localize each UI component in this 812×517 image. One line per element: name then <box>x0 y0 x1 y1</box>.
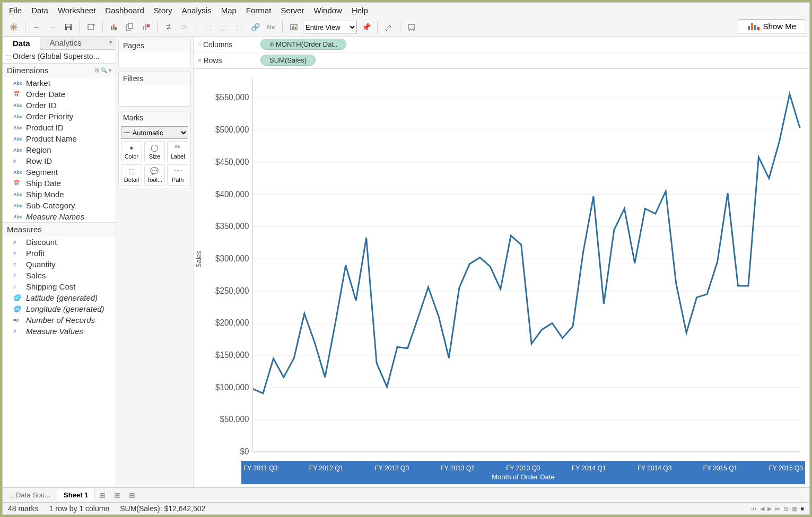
menu-server[interactable]: Server <box>281 6 304 15</box>
view-single-icon[interactable]: ■ <box>800 505 804 512</box>
tab-data[interactable]: Data <box>3 37 40 50</box>
field-shipping-cost[interactable]: #Shipping Cost <box>3 281 116 292</box>
field-measure-values[interactable]: #Measure Values <box>3 326 116 337</box>
new-datasource-icon[interactable] <box>84 20 98 34</box>
tableau-logo-icon[interactable] <box>7 20 21 34</box>
nav-last-icon[interactable]: ⏭ <box>775 505 781 512</box>
datasource-tab[interactable]: ⬚ Data Sou... <box>3 489 57 501</box>
menu-analysis[interactable]: Analysis <box>182 6 212 15</box>
new-sheet-icon[interactable]: ⊞ <box>95 489 110 502</box>
svg-rect-16 <box>145 24 146 30</box>
svg-rect-20 <box>292 27 293 29</box>
menu-format[interactable]: Format <box>246 6 272 15</box>
abc-icon[interactable]: Abc <box>264 20 278 34</box>
svg-rect-14 <box>128 23 133 29</box>
status-marks: 48 marks <box>8 504 39 513</box>
svg-rect-21 <box>293 25 294 29</box>
fit-select[interactable]: Entire View <box>303 21 357 33</box>
mark-btn-tool[interactable]: 💬Tool... <box>144 164 165 186</box>
field-market[interactable]: AbcMarket <box>3 77 116 89</box>
expand-icon: ⊞ <box>269 41 274 47</box>
group-icon[interactable]: 🔗 <box>248 20 262 34</box>
field-product-id[interactable]: AbcProduct ID <box>3 122 116 133</box>
field-discount[interactable]: #Discount <box>3 236 116 248</box>
measures-list: #Discount#Profit#Quantity#Sales#Shipping… <box>3 236 116 487</box>
field-sales[interactable]: #Sales <box>3 270 116 281</box>
x-tick: FY 2012 Q3 <box>375 465 409 472</box>
show-me-button[interactable]: Show Me <box>738 19 806 33</box>
menu-map[interactable]: Map <box>221 6 237 15</box>
new-dashboard-icon[interactable]: ⊞ <box>110 489 125 502</box>
field-sub-category[interactable]: AbcSub-Category <box>3 200 116 211</box>
field-region[interactable]: AbcRegion <box>3 144 116 155</box>
y-axis-label: Sales <box>195 250 203 268</box>
filters-card[interactable]: Filters <box>118 72 191 107</box>
mark-btn-detail[interactable]: ⬚Detail <box>121 164 142 186</box>
rows-shelf[interactable]: ≡Rows SUM(Sales) <box>194 52 809 68</box>
back-icon[interactable]: ← <box>30 20 43 34</box>
rows-pill[interactable]: SUM(Sales) <box>260 55 316 66</box>
columns-shelf[interactable]: ⦙⦙⦙Columns ⊞ MONTH(Order Dat.. <box>194 37 809 52</box>
field-quantity[interactable]: #Quantity <box>3 259 116 270</box>
field-profit[interactable]: #Profit <box>3 248 116 259</box>
svg-text:$0: $0 <box>240 447 249 456</box>
new-worksheet-icon[interactable] <box>107 20 121 34</box>
datasource-name[interactable]: ⬚ Orders (Global Supersto... <box>3 50 116 63</box>
nav-first-icon[interactable]: ⏮ <box>751 505 757 512</box>
menu-window[interactable]: Window <box>314 6 342 15</box>
marks-label: Marks <box>119 111 190 124</box>
svg-rect-22 <box>295 27 296 29</box>
totals-icon[interactable]: ⬚ <box>232 20 246 34</box>
menu-worksheet[interactable]: Worksheet <box>58 6 95 15</box>
field-measure-names[interactable]: AbcMeasure Names <box>3 211 116 222</box>
duplicate-icon[interactable] <box>123 20 137 34</box>
sort-asc-icon[interactable]: ⬚ <box>200 20 214 34</box>
forward-icon[interactable]: → <box>46 20 59 34</box>
mark-btn-label[interactable]: ᴬᵇLabel <box>167 141 188 162</box>
tab-menu-icon[interactable]: ▾ <box>106 37 116 49</box>
x-tick: FY 2012 Q1 <box>309 465 344 472</box>
tab-analytics[interactable]: Analytics <box>40 37 91 49</box>
field-order-id[interactable]: AbcOrder ID <box>3 100 116 111</box>
fit-icon[interactable] <box>287 20 301 34</box>
svg-text:$550,000: $550,000 <box>215 93 249 102</box>
nav-prev-icon[interactable]: ◀ <box>760 505 764 512</box>
menu-data[interactable]: Data <box>31 6 48 15</box>
chart[interactable]: Sales $0$50,000$100,000$150,000$200,000$… <box>194 69 809 487</box>
highlight-icon[interactable] <box>382 20 396 34</box>
field-number-of-records[interactable]: =#Number of Records <box>3 314 116 326</box>
mark-btn-color[interactable]: ●Color <box>121 141 142 162</box>
field-order-priority[interactable]: AbcOrder Priority <box>3 111 116 122</box>
field-ship-date[interactable]: 📅Ship Date <box>3 178 116 189</box>
field-ship-mode[interactable]: AbcShip Mode <box>3 189 116 200</box>
columns-pill[interactable]: ⊞ MONTH(Order Dat.. <box>260 39 346 50</box>
save-icon[interactable] <box>62 20 75 34</box>
field-row-id[interactable]: #Row ID <box>3 155 116 167</box>
presentation-icon[interactable] <box>405 20 418 34</box>
sheet1-tab[interactable]: Sheet 1 <box>57 489 95 501</box>
refresh-icon[interactable]: ⟳ <box>178 20 191 34</box>
view-list-icon[interactable]: ▦ <box>792 505 797 512</box>
view-grid-icon[interactable]: ⊞ <box>784 505 789 512</box>
mark-btn-path[interactable]: 〰Path <box>167 164 188 186</box>
svg-text:$350,000: $350,000 <box>215 222 249 231</box>
field-segment[interactable]: AbcSegment <box>3 167 116 178</box>
new-story-icon[interactable]: ⊞ <box>125 489 139 502</box>
clear-sheet-icon[interactable] <box>139 20 153 34</box>
mark-btn-size[interactable]: ◯Size <box>144 141 165 162</box>
marks-type-select[interactable]: 〰 Automatic <box>121 126 188 139</box>
sort-desc-icon[interactable]: ⬚ <box>216 20 230 34</box>
menu-dashboard[interactable]: Dashboard <box>105 6 144 15</box>
pages-card[interactable]: Pages <box>118 39 191 67</box>
pin-icon[interactable]: 📌 <box>359 20 373 34</box>
nav-next-icon[interactable]: ▶ <box>767 505 772 512</box>
menu-file[interactable]: File <box>9 6 22 15</box>
menu-story[interactable]: Story <box>154 6 172 15</box>
swap-icon[interactable] <box>162 20 176 34</box>
svg-rect-6 <box>67 28 70 30</box>
field-longitude-generated-[interactable]: 🌐Longitude (generated) <box>3 303 116 314</box>
field-latitude-generated-[interactable]: 🌐Latitude (generated) <box>3 292 116 303</box>
field-product-name[interactable]: AbcProduct Name <box>3 133 116 144</box>
field-order-date[interactable]: 📅Order Date <box>3 89 116 100</box>
menu-help[interactable]: Help <box>352 6 368 15</box>
